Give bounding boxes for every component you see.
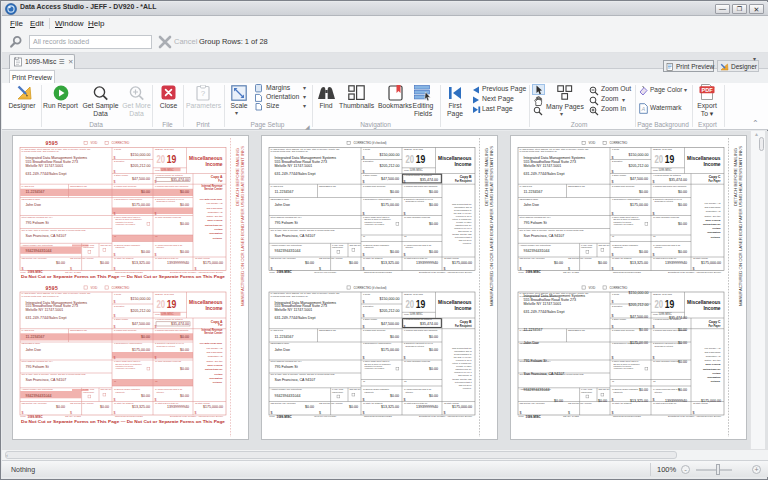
svg-text:this income is: this income is [458,374,472,376]
svg-text:$35,474.00: $35,474.00 [420,322,438,326]
svg-text:For Privacy Act: For Privacy Act [206,202,222,205]
svg-text:$: $ [612,300,614,304]
svg-text:John Doe: John Doe [26,348,41,352]
svg-text:requirement: requirement [83,391,95,393]
svg-text:$0.00: $0.00 [56,405,65,409]
svg-text:$0.00: $0.00 [554,399,563,403]
svg-text:$0.00: $0.00 [390,394,399,398]
svg-text:10 Crop insurance proceeds: 10 Crop insurance proceeds [653,360,679,362]
svg-text:the IRS. If you are: the IRS. If you are [454,212,472,214]
svg-text:$0.00: $0.00 [554,261,563,265]
svg-text:$: $ [195,267,197,271]
svg-text:Account number (see instructio: Account number (see instructions) [520,244,552,246]
svg-text:2 Royalties: 2 Royalties [363,305,373,307]
svg-text:$: $ [114,300,116,304]
svg-text:PAYER'S TIN: PAYER'S TIN [271,185,284,187]
svg-text:City or town, state or provinc: City or town, state or province, country… [271,373,336,376]
svg-text:Cat. No. 14425J: Cat. No. 14425J [65,271,81,273]
svg-text:2nd TIN not.: 2nd TIN not. [350,388,362,390]
svg-text:9342394431044: 9342394431044 [275,394,301,398]
svg-text:Cat. No. 14425J: Cat. No. 14425J [563,271,579,273]
svg-text:$: $ [612,411,614,415]
svg-text:Form: Form [155,313,160,315]
svg-text:Income: Income [703,306,720,311]
svg-text:penalty or other: penalty or other [456,365,471,367]
svg-text:$175,000.00: $175,000.00 [452,261,472,265]
svg-text:$0.00: $0.00 [349,261,358,265]
svg-text:Notice, see the: Notice, see the [207,215,224,218]
svg-text:payments: payments [116,391,125,393]
svg-text:$: $ [363,314,365,318]
svg-text:Melville NY 11747-5001: Melville NY 11747-5001 [524,164,562,168]
svg-text:or foreign postal code, and te: or foreign postal code, and telephone no… [271,295,309,298]
svg-text:18 State income: 18 State income [195,402,211,404]
svg-text:15b Section 409A income: 15b Section 409A income [568,257,592,259]
svg-text:San Francisco, CA 94107: San Francisco, CA 94107 [524,234,565,238]
svg-text:has not been: has not been [459,239,472,241]
svg-text:RECIPIENT'S TIN: RECIPIENT'S TIN [568,329,585,331]
svg-text:5 Fishing boat proceeds: 5 Fishing boat proceeds [612,185,634,187]
svg-text:$: $ [319,411,321,415]
svg-text:$: $ [114,156,116,160]
svg-text:VOID: VOID [589,141,596,145]
svg-text:www.irs.gov/Form1099MISC: www.irs.gov/Form1099MISC [364,271,392,273]
svg-text:Miscellaneous: Miscellaneous [438,300,472,305]
svg-text:Instructions for: Instructions for [205,224,223,227]
svg-text:DETACH BEFORE MAILING: DETACH BEFORE MAILING [236,147,240,206]
svg-text:631-249-7744/Sales Dept: 631-249-7744/Sales Dept [524,172,565,176]
svg-text:CORRECTED: CORRECTED [112,286,130,290]
svg-text:$: $ [363,267,365,271]
svg-text:$: $ [612,325,614,329]
svg-text:$: $ [612,156,614,160]
svg-text:$: $ [653,398,655,402]
svg-text:attorney: attorney [406,391,414,393]
svg-text:Street address (including apt.: Street address (including apt. no.) [271,360,302,362]
svg-text:$205,212.00: $205,212.00 [131,164,151,168]
svg-text:10 Crop insurance proceeds: 10 Crop insurance proceeds [155,216,181,218]
svg-text:$0.00: $0.00 [678,250,687,254]
svg-text:6 Medical and health care paym: 6 Medical and health care payments [155,329,188,331]
svg-text:dividends or interest: dividends or interest [406,345,425,347]
svg-text:(recipient) for resale?: (recipient) for resale? [116,223,136,225]
svg-text:5 Fishing boat proceeds: 5 Fishing boat proceeds [612,329,634,331]
svg-text:$0.00: $0.00 [390,250,399,254]
svg-text:7 Nonemployee compensation: 7 Nonemployee compensation [363,198,392,200]
svg-text:Form: Form [270,271,275,273]
svg-text:OMB No. 1545-0115: OMB No. 1545-0115 [653,293,673,295]
svg-text:20: 20 [156,299,165,310]
svg-text:For Privacy Act: For Privacy Act [206,347,222,350]
svg-text:13939999940: 13939999940 [416,261,438,265]
svg-text:1099-MISC: 1099-MISC [161,168,174,172]
svg-text:Information: Information [707,376,721,379]
svg-text:information and is: information and is [454,206,472,208]
svg-text:$: $ [114,314,116,318]
svg-text:required to file a: required to file a [456,215,472,217]
svg-text:$: $ [653,253,655,257]
svg-text:13939999940: 13939999940 [665,261,687,265]
svg-text:or foreign postal code, and te: or foreign postal code, and telephone no… [520,150,558,153]
svg-text:19: 19 [167,299,177,310]
svg-text:$150,000.00: $150,000.00 [629,291,649,295]
svg-text:11-2234567: 11-2234567 [26,190,45,194]
svg-text:15b Section 409A income: 15b Section 409A income [70,402,94,404]
svg-text:5 Fishing boat proceeds: 5 Fishing boat proceeds [114,185,136,187]
svg-text:Instructions for: Instructions for [703,223,721,226]
svg-text:$0.00: $0.00 [180,203,189,207]
svg-text:OMB No. 1545-0115: OMB No. 1545-0115 [155,293,175,295]
svg-text:2 Royalties: 2 Royalties [363,160,373,162]
svg-text:6 Medical and health care paym: 6 Medical and health care payments [404,185,437,187]
svg-text:$0.00: $0.00 [349,405,358,409]
svg-text:$: $ [520,267,522,271]
svg-text:$: $ [363,212,365,216]
svg-text:Copy B: Copy B [460,320,472,324]
svg-text:$47,500.00: $47,500.00 [381,322,399,326]
svg-text:Reduction Act: Reduction Act [208,211,223,214]
svg-text:$0.00: $0.00 [678,328,687,332]
svg-text:$205,212.00: $205,212.00 [131,309,151,313]
svg-text:OMB No. 1545-0115: OMB No. 1545-0115 [404,148,424,150]
svg-text:$13,325.00: $13,325.00 [132,261,150,265]
svg-text:$: $ [612,180,614,184]
svg-text:$0.00: $0.00 [429,222,438,226]
svg-text:$175,00.00: $175,00.00 [381,203,399,207]
svg-text:Cat. No. 14425J: Cat. No. 14425J [65,415,81,417]
